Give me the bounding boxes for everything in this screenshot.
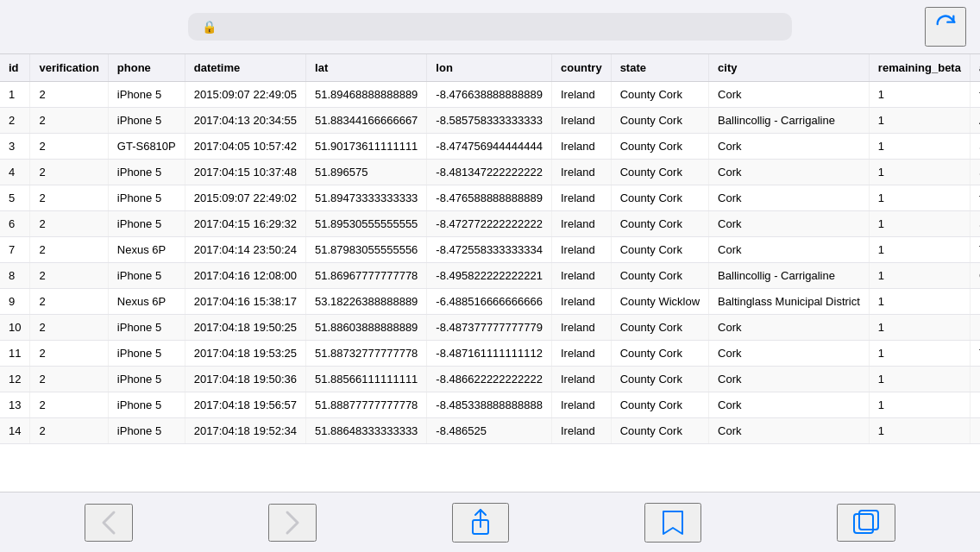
cell-country: Ireland (551, 263, 611, 289)
cell-id: 7 (0, 237, 30, 263)
cell-country: Ireland (551, 367, 611, 392)
table-row: 112iPhone 52017:04:18 19:53:2551.8873277… (0, 341, 980, 367)
table-row: 52iPhone 52015:09:07 22:49:0251.89473333… (0, 185, 980, 211)
url-bar[interactable]: 🔒 (188, 13, 792, 41)
back-button[interactable] (85, 504, 133, 542)
cell-datetime: 2017:04:16 12:08:00 (185, 263, 305, 289)
cell-state: County Cork (611, 367, 708, 392)
cell-state: County Wicklow (611, 289, 708, 315)
forward-button[interactable] (268, 504, 317, 542)
cell-phone: Nexus 6P (108, 289, 185, 315)
cell-country: Ireland (551, 211, 611, 237)
cell-state: County Cork (611, 211, 708, 237)
cell-city: Ballincollig - Carrigaline (709, 263, 870, 289)
tabs-icon (852, 509, 880, 536)
cell-id: 8 (0, 263, 30, 289)
cell-phone: iPhone 5 (108, 418, 185, 444)
cell-state: County Cork (611, 185, 708, 211)
cell-phone: GT-S6810P (108, 134, 185, 160)
cell-phone: iPhone 5 (108, 392, 185, 418)
tabs-button[interactable] (837, 504, 895, 542)
cell-phone: iPhone 5 (108, 367, 185, 392)
cell-lat: 53.18226388888889 (306, 289, 427, 315)
cell-country: Ireland (551, 289, 611, 315)
cell-state: County Cork (611, 160, 708, 185)
cell-id: 11 (0, 341, 30, 367)
cell-remaining_beta: 1 (869, 367, 970, 392)
cell-phone: iPhone 5 (108, 160, 185, 185)
cell-id: 10 (0, 315, 30, 341)
cell-address: CIty Bounds Bar, Ashbrook Heights... (970, 263, 980, 289)
cell-lon: -8.481347222222222 (427, 160, 552, 185)
table-row: 142iPhone 52017:04:18 19:52:3451.8864833… (0, 418, 980, 444)
cell-country: Ireland (551, 185, 611, 211)
cell-city: Ballincollig - Carrigaline (709, 108, 870, 134)
cell-country: Ireland (551, 392, 611, 418)
col-lat: lat (306, 54, 427, 82)
cell-address: Hartland's Road, Croaghta-More, C... (970, 315, 980, 341)
cell-verification: 2 (30, 134, 108, 160)
cell-address: Lough Road, Croaghta-More, The L... (970, 392, 980, 418)
cell-phone: iPhone 5 (108, 315, 185, 341)
cell-lat: 51.88603888888889 (306, 315, 427, 341)
cell-lat: 51.89468888888889 (306, 82, 427, 108)
col-datetime: datetime (185, 54, 305, 82)
cell-phone: iPhone 5 (108, 211, 185, 237)
table-row: 132iPhone 52017:04:18 19:56:5751.8887777… (0, 392, 980, 418)
cell-country: Ireland (551, 315, 611, 341)
cell-verification: 2 (30, 418, 108, 444)
cell-country: Ireland (551, 341, 611, 367)
cell-id: 9 (0, 289, 30, 315)
cell-city: Baltinglass Municipal District (709, 289, 870, 315)
cell-lon: -8.485338888888888 (427, 392, 552, 418)
cell-state: County Cork (611, 134, 708, 160)
col-id: id (0, 54, 30, 82)
cell-datetime: 2017:04:16 15:38:17 (185, 289, 305, 315)
cell-datetime: 2015:09:07 22:49:05 (185, 82, 305, 108)
cell-phone: Nexus 6P (108, 237, 185, 263)
cell-lon: -8.476638888888889 (427, 82, 552, 108)
table-header-row: id verification phone datetime lat lon c… (0, 54, 980, 82)
cell-verification: 2 (30, 211, 108, 237)
cell-remaining_beta: 1 (869, 237, 970, 263)
cell-id: 6 (0, 211, 30, 237)
cell-address: Lough Stores, Brookfield Lawn, Cro... (970, 367, 980, 392)
bookmarks-button[interactable] (644, 503, 701, 543)
cell-state: County Cork (611, 315, 708, 341)
cell-lon: -8.486622222222222 (427, 367, 552, 392)
cell-datetime: 2017:04:15 16:29:32 (185, 211, 305, 237)
table-row: 32GT-S6810P2017:04:05 10:57:4251.9017361… (0, 134, 980, 160)
cell-verification: 2 (30, 237, 108, 263)
cell-lon: -6.488516666666666 (427, 289, 552, 315)
cell-lon: -8.472772222222222 (427, 211, 552, 237)
cell-remaining_beta: 1 (869, 185, 970, 211)
cell-remaining_beta: 1 (869, 108, 970, 134)
cell-id: 14 (0, 418, 30, 444)
cell-verification: 2 (30, 185, 108, 211)
bookmarks-icon (660, 508, 686, 537)
refresh-button[interactable] (925, 7, 966, 47)
cell-state: County Cork (611, 108, 708, 134)
cell-id: 12 (0, 367, 30, 392)
share-button[interactable] (452, 503, 509, 543)
cell-phone: iPhone 5 (108, 341, 185, 367)
cell-address: Lake Drive, Oldcourt, Blessington, ... (970, 289, 980, 315)
col-lon: lon (427, 54, 552, 82)
col-address: address (970, 54, 980, 82)
cell-phone: iPhone 5 (108, 108, 185, 134)
cell-id: 1 (0, 82, 30, 108)
cell-city: Cork (709, 82, 870, 108)
cell-country: Ireland (551, 82, 611, 108)
cell-datetime: 2017:04:14 23:50:24 (185, 237, 305, 263)
cell-city: Cork (709, 237, 870, 263)
forward-icon (284, 509, 301, 536)
cell-city: Cork (709, 160, 870, 185)
cell-country: Ireland (551, 134, 611, 160)
cell-datetime: 2017:04:18 19:50:36 (185, 367, 305, 392)
cell-verification: 2 (30, 263, 108, 289)
cell-city: Cork (709, 315, 870, 341)
cell-id: 2 (0, 108, 30, 134)
data-table-container[interactable]: id verification phone datetime lat lon c… (0, 54, 980, 492)
cell-city: Cork (709, 418, 870, 444)
data-table: id verification phone datetime lat lon c… (0, 54, 980, 444)
